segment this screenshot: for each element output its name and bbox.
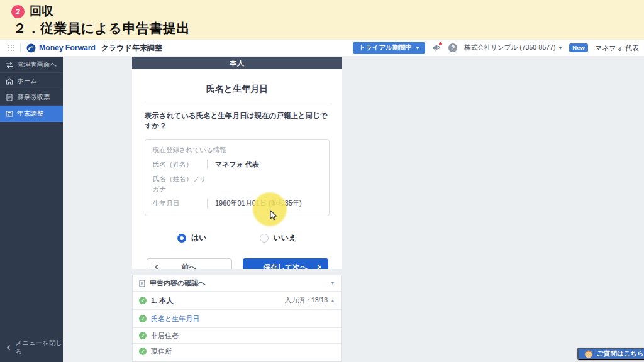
info-value: 1960年01月01日 (昭和35年) bbox=[207, 199, 302, 208]
check-circle-icon: ✓ bbox=[139, 348, 147, 355]
info-box-title: 現在登録されている情報 bbox=[153, 146, 321, 155]
mascot-icon bbox=[584, 349, 593, 358]
checklist-header-label: 申告内容の確認へ bbox=[150, 278, 206, 288]
radio-yes-control[interactable] bbox=[177, 234, 186, 243]
declaration-checklist: 申告内容の確認へ ▼ ✓ 1. 本人 入力済：13/13 ▲ ✓ 氏名と生年月日… bbox=[132, 275, 342, 362]
new-badge: New bbox=[569, 43, 588, 52]
info-row-birthdate: 生年月日 1960年01月01日 (昭和35年) bbox=[153, 199, 321, 208]
logo-text: Money Forward bbox=[39, 43, 96, 52]
app-launcher-icon[interactable] bbox=[8, 44, 15, 52]
sidebar-item-year-end-adjustment[interactable]: 年末調整 bbox=[0, 106, 63, 122]
trial-period-label: トライアル期間中 bbox=[358, 43, 412, 52]
info-label: 氏名（姓名）フリガナ bbox=[153, 174, 207, 193]
money-forward-logo[interactable]: Money Forward クラウド年末調整 bbox=[26, 43, 162, 53]
sidebar-item-label: ホーム bbox=[17, 77, 37, 85]
form-card-body: 氏名と生年月日 表示されている氏名と生年月日は現在の戸籍上と同じですか？ 現在登… bbox=[132, 69, 342, 269]
step-number-badge: 2 bbox=[11, 5, 25, 18]
close-menu-button[interactable]: メニューを閉じる bbox=[8, 339, 63, 356]
checklist-header-row[interactable]: 申告内容の確認へ ▼ bbox=[133, 275, 341, 292]
chevron-left-icon bbox=[7, 345, 12, 350]
form-card-icon bbox=[6, 110, 13, 118]
info-label: 生年月日 bbox=[153, 199, 207, 208]
help-button-label: ご質問はこちら bbox=[597, 349, 644, 358]
sidebar-item-label: 管理者画面へ bbox=[17, 60, 57, 69]
chevron-right-icon bbox=[315, 265, 320, 269]
chevron-left-icon bbox=[154, 265, 159, 269]
checklist-item-name-birthdate[interactable]: ✓ 氏名と生年月日 bbox=[133, 310, 341, 328]
caret-down-icon: ▼ bbox=[558, 46, 562, 50]
checklist-item-nonresident[interactable]: ✓ 非居住者 bbox=[133, 328, 341, 344]
check-circle-icon: ✓ bbox=[139, 332, 147, 339]
tutorial-banner: 2 回収 ２．従業員による申告書提出 bbox=[0, 0, 644, 40]
section-status-text: 入力済：13/13 bbox=[285, 296, 328, 305]
form-question: 表示されている氏名と生年月日は現在の戸籍上と同じですか？ bbox=[145, 111, 330, 131]
sidebar-item-admin-screen[interactable]: 管理者画面へ bbox=[0, 57, 63, 73]
radio-yes[interactable]: はい bbox=[177, 233, 207, 243]
header-divider bbox=[20, 43, 21, 52]
home-icon bbox=[6, 77, 13, 85]
close-menu-label: メニューを閉じる bbox=[16, 339, 63, 356]
info-row-furigana: 氏名（姓名）フリガナ bbox=[153, 174, 321, 193]
section-tab-honnin: 本人 bbox=[132, 57, 342, 69]
banner-title: ２．従業員による申告書提出 bbox=[13, 19, 190, 37]
sidebar-item-home[interactable]: ホーム bbox=[0, 73, 63, 89]
caret-down-icon: ▼ bbox=[415, 46, 419, 50]
check-circle-icon: ✓ bbox=[139, 297, 147, 304]
confirm-radio-group: はい いいえ bbox=[145, 233, 330, 243]
sidebar: 管理者画面へ ホーム 源泉徴収票 年末調整 メニューを閉じる bbox=[0, 57, 63, 362]
announcements-icon[interactable] bbox=[432, 43, 441, 52]
radio-yes-label[interactable]: はい bbox=[191, 233, 207, 243]
app-header: Money Forward クラウド年末調整 トライアル期間中 ▼ ? 株式会社… bbox=[0, 40, 644, 57]
radio-no-control[interactable] bbox=[260, 234, 269, 243]
save-next-button-label: 保存して次へ bbox=[264, 263, 308, 269]
divider bbox=[145, 102, 330, 102]
checklist-item-label: 氏名と生年月日 bbox=[151, 314, 199, 324]
checklist-item-label: 現住所 bbox=[151, 347, 172, 356]
banner-step: 2 回収 bbox=[11, 3, 53, 19]
radio-no[interactable]: いいえ bbox=[260, 233, 297, 243]
document-icon bbox=[6, 94, 13, 101]
checklist-item-householder[interactable]: ✓ 世帯主 bbox=[133, 359, 341, 362]
registered-info-box: 現在登録されている情報 氏名（姓名） マネフォ 代表 氏名（姓名）フリガナ 生年… bbox=[145, 139, 330, 216]
info-row-name: 氏名（姓名） マネフォ 代表 bbox=[153, 160, 321, 169]
help-icon[interactable]: ? bbox=[448, 43, 457, 52]
question-help-button[interactable]: ご質問はこちら bbox=[577, 348, 644, 360]
sidebar-item-label: 年末調整 bbox=[17, 109, 43, 118]
caret-down-icon: ▼ bbox=[330, 280, 335, 286]
previous-button[interactable]: 前へ bbox=[147, 258, 232, 269]
checklist-section-row[interactable]: ✓ 1. 本人 入力済：13/13 ▲ bbox=[133, 292, 341, 310]
checklist-item-label: 非居住者 bbox=[151, 331, 179, 341]
form-title: 氏名と生年月日 bbox=[145, 69, 330, 95]
switch-arrows-icon bbox=[6, 61, 13, 69]
save-and-next-button[interactable]: 保存して次へ bbox=[243, 258, 328, 269]
info-label: 氏名（姓名） bbox=[153, 160, 207, 169]
company-name: 株式会社サンプル (7350-8577) bbox=[464, 43, 555, 52]
sidebar-item-label: 源泉徴収票 bbox=[17, 93, 50, 102]
radio-no-label[interactable]: いいえ bbox=[274, 233, 297, 243]
document-icon bbox=[139, 280, 145, 287]
checklist-item-current-address[interactable]: ✓ 現住所 bbox=[133, 344, 341, 359]
user-name[interactable]: マネフォ 代表 bbox=[595, 43, 639, 53]
step-label: 回収 bbox=[30, 3, 53, 19]
previous-button-label: 前へ bbox=[182, 263, 196, 269]
caret-up-icon: ▲ bbox=[330, 298, 335, 304]
section-status: 入力済：13/13 ▲ bbox=[285, 296, 335, 305]
trial-period-button[interactable]: トライアル期間中 ▼ bbox=[353, 42, 425, 54]
checklist-section-label: 1. 本人 bbox=[151, 296, 174, 305]
form-actions: 前へ 保存して次へ bbox=[145, 258, 330, 269]
person-form-card: 本人 氏名と生年月日 表示されている氏名と生年月日は現在の戸籍上と同じですか？ … bbox=[132, 57, 342, 269]
company-selector[interactable]: 株式会社サンプル (7350-8577) ▼ bbox=[464, 43, 562, 52]
screen: 2 回収 ２．従業員による申告書提出 Money Forward クラウド年末調… bbox=[0, 0, 644, 362]
check-circle-icon: ✓ bbox=[139, 315, 147, 322]
mf-logo-icon bbox=[26, 43, 36, 53]
notification-dot bbox=[439, 42, 442, 45]
sidebar-item-withholding-slip[interactable]: 源泉徴収票 bbox=[0, 89, 63, 106]
product-name: クラウド年末調整 bbox=[101, 43, 162, 53]
info-value: マネフォ 代表 bbox=[207, 160, 259, 169]
main-content: 本人 氏名と生年月日 表示されている氏名と生年月日は現在の戸籍上と同じですか？ … bbox=[63, 57, 644, 362]
